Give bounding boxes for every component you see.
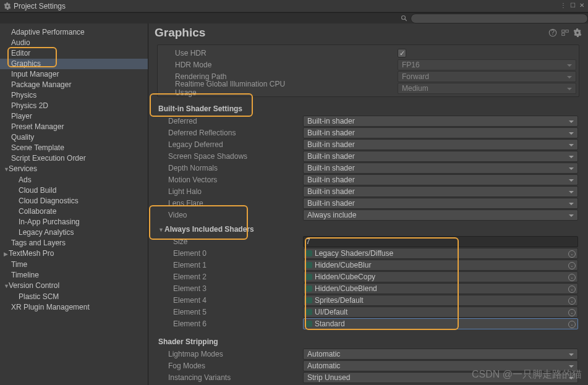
- element-label-6: Element 6: [157, 319, 303, 328]
- sidebar-item-script-execution-order[interactable]: Script Execution Order: [0, 153, 148, 164]
- video-dropdown[interactable]: Always include: [303, 209, 578, 221]
- shader-dropdown-6[interactable]: Built-in shader: [303, 186, 578, 197]
- sidebar-item-player[interactable]: Player: [0, 111, 148, 122]
- content-header: Graphics ?: [148, 23, 588, 44]
- sidebar-item-services[interactable]: ▼Services: [0, 164, 148, 175]
- shader-dropdown-1[interactable]: Built-in shader: [303, 127, 578, 138]
- element-field-6[interactable]: Standard: [303, 318, 578, 329]
- element-field-3[interactable]: Hidden/CubeBlend: [303, 283, 578, 294]
- shader-dropdown-0[interactable]: Built-in shader: [303, 116, 578, 127]
- sidebar-item-version-control[interactable]: ▼Version Control: [0, 281, 148, 292]
- sidebar-item-ads[interactable]: Ads: [0, 175, 148, 185]
- hdr-mode-label: HDR Mode: [159, 61, 305, 69]
- size-label: Size: [157, 237, 303, 246]
- always-included-title[interactable]: ▼Always Included Shaders: [157, 221, 579, 235]
- sidebar-item-audio[interactable]: Audio: [0, 38, 148, 48]
- element-label-2: Element 2: [157, 273, 303, 281]
- sidebar-item-collaborate[interactable]: Collaborate: [0, 206, 148, 217]
- object-picker-icon[interactable]: [568, 309, 576, 316]
- shader-asset-icon: [306, 321, 312, 327]
- hdr-mode-dropdown[interactable]: FP16: [398, 59, 576, 70]
- window-title: Project Settings: [14, 2, 66, 11]
- rendering-path-dropdown[interactable]: Forward: [398, 71, 576, 82]
- shader-label-5: Motion Vectors: [157, 176, 303, 184]
- shader-dropdown-7[interactable]: Built-in shader: [303, 198, 578, 209]
- element-label-4: Element 4: [157, 296, 303, 305]
- sidebar-item-preset-manager[interactable]: Preset Manager: [0, 122, 148, 132]
- shader-label-3: Screen Space Shadows: [157, 152, 303, 161]
- svg-text:?: ?: [551, 28, 555, 36]
- sidebar-item-physics[interactable]: Physics: [0, 90, 148, 101]
- element-field-1[interactable]: Hidden/CubeBlur: [303, 260, 578, 271]
- titlebar-controls: ⋮ ☐ ✕: [560, 2, 584, 9]
- instancing-label: Instancing Variants: [157, 373, 303, 382]
- sidebar-item-adaptive-performance[interactable]: Adaptive Performance: [0, 27, 148, 38]
- sidebar-item-cloud-diagnostics[interactable]: Cloud Diagnostics: [0, 196, 148, 206]
- settings-sidebar: Adaptive PerformanceAudioEditorGraphicsI…: [0, 23, 148, 385]
- element-field-5[interactable]: UI/Default: [303, 307, 578, 318]
- object-picker-icon[interactable]: [568, 286, 576, 293]
- shader-asset-icon: [306, 286, 312, 292]
- sidebar-item-textmesh-pro[interactable]: ▶TextMesh Pro: [0, 248, 148, 260]
- shader-label-1: Deferred Reflections: [157, 129, 303, 137]
- svg-line-1: [405, 19, 407, 20]
- sidebar-item-package-manager[interactable]: Package Manager: [0, 80, 148, 90]
- gear-icon: [4, 2, 11, 10]
- sidebar-item-input-manager[interactable]: Input Manager: [0, 69, 148, 80]
- element-field-2[interactable]: Hidden/CubeCopy: [303, 271, 578, 282]
- sidebar-item-editor[interactable]: Editor: [0, 48, 148, 59]
- lightmap-dropdown[interactable]: Automatic: [303, 349, 578, 360]
- element-label-5: Element 5: [157, 308, 303, 316]
- shader-label-7: Lens Flare: [157, 199, 303, 208]
- close-icon[interactable]: ✕: [579, 2, 584, 9]
- svg-rect-5: [566, 30, 568, 33]
- object-picker-icon[interactable]: [568, 274, 576, 281]
- preset-icon[interactable]: [561, 28, 569, 37]
- shader-dropdown-2[interactable]: Built-in shader: [303, 139, 578, 150]
- shader-label-0: Deferred: [157, 117, 303, 125]
- sidebar-item-physics-2d[interactable]: Physics 2D: [0, 101, 148, 111]
- object-picker-icon[interactable]: [568, 321, 576, 328]
- object-picker-icon[interactable]: [568, 262, 576, 269]
- page-title: Graphics: [155, 26, 548, 40]
- sidebar-item-time[interactable]: Time: [0, 260, 148, 270]
- sidebar-item-plastic-scm[interactable]: Plastic SCM: [0, 292, 148, 302]
- shader-asset-icon: [306, 274, 312, 280]
- help-icon[interactable]: ?: [548, 28, 557, 37]
- object-picker-icon[interactable]: [568, 250, 576, 258]
- shader-dropdown-3[interactable]: Built-in shader: [303, 151, 578, 162]
- settings-content: Graphics ? Use HDR HDR Mode FP16 Renderi…: [148, 23, 588, 385]
- element-field-4[interactable]: Sprites/Default: [303, 295, 578, 306]
- size-input[interactable]: [303, 236, 578, 247]
- svg-point-0: [402, 15, 406, 19]
- sidebar-item-timeline[interactable]: Timeline: [0, 270, 148, 281]
- sidebar-item-xr-plugin-management[interactable]: XR Plugin Management: [0, 302, 148, 313]
- shader-asset-icon: [306, 309, 312, 315]
- element-label-1: Element 1: [157, 261, 303, 269]
- menu-icon[interactable]: ⋮: [560, 2, 566, 9]
- maximize-icon[interactable]: ☐: [570, 2, 576, 9]
- svg-rect-6: [562, 33, 565, 36]
- search-icon: [401, 15, 408, 22]
- object-picker-icon[interactable]: [568, 297, 576, 305]
- sidebar-item-quality[interactable]: Quality: [0, 132, 148, 143]
- sidebar-item-cloud-build[interactable]: Cloud Build: [0, 185, 148, 196]
- element-field-0[interactable]: Legacy Shaders/Diffuse: [303, 248, 578, 259]
- settings-menu-icon[interactable]: [573, 28, 582, 37]
- shader-dropdown-5[interactable]: Built-in shader: [303, 174, 578, 185]
- gi-usage-dropdown[interactable]: Medium: [398, 83, 576, 94]
- sidebar-item-scene-template[interactable]: Scene Template: [0, 143, 148, 153]
- lightmap-label: Lightmap Modes: [157, 350, 303, 358]
- shader-dropdown-4[interactable]: Built-in shader: [303, 163, 578, 174]
- sidebar-item-tags-and-layers[interactable]: Tags and Layers: [0, 238, 148, 248]
- shader-asset-icon: [306, 250, 312, 256]
- shader-asset-icon: [306, 262, 312, 268]
- use-hdr-checkbox[interactable]: [398, 49, 406, 57]
- searchbar: [0, 12, 588, 23]
- use-hdr-label: Use HDR: [159, 49, 305, 57]
- sidebar-item-legacy-analytics[interactable]: Legacy Analytics: [0, 227, 148, 238]
- search-input[interactable]: [411, 14, 588, 23]
- sidebar-item-graphics[interactable]: Graphics: [0, 59, 148, 69]
- sidebar-item-in-app-purchasing[interactable]: In-App Purchasing: [0, 217, 148, 227]
- shader-label-4: Depth Normals: [157, 164, 303, 172]
